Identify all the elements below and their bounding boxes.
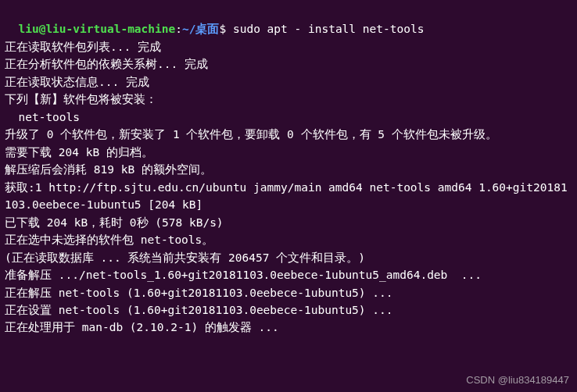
output-line: 正在选中未选择的软件包 net-tools。 xyxy=(5,231,572,248)
output-line: 获取:1 http://ftp.sjtu.edu.cn/ubuntu jammy… xyxy=(5,179,572,214)
prompt-dollar: $ xyxy=(219,23,232,35)
watermark-text: CSDN @liu834189447 xyxy=(466,372,569,388)
prompt-user-host: liu@liu-virtual-machine xyxy=(18,23,175,35)
prompt-path-dir: 桌面 xyxy=(195,23,219,35)
output-line: 解压缩后会消耗 819 kB 的额外空间。 xyxy=(5,161,572,178)
output-line: 正在分析软件包的依赖关系树... 完成 xyxy=(5,55,572,73)
output-line: 需要下载 204 kB 的归档。 xyxy=(5,144,572,161)
output-line: (正在读取数据库 ... 系统当前共安装有 206457 个文件和目录。) xyxy=(5,249,572,266)
output-line: 正在读取软件包列表... 完成 xyxy=(5,38,572,55)
prompt-colon: : xyxy=(175,23,182,35)
output-line: 正在处理用于 man-db (2.10.2-1) 的触发器 ... xyxy=(5,319,572,336)
output-line: 升级了 0 个软件包，新安装了 1 个软件包，要卸载 0 个软件包，有 5 个软… xyxy=(5,126,572,143)
output-line: 准备解压 .../net-tools_1.60+git20181103.0eeb… xyxy=(5,266,572,283)
output-line: 正在读取状态信息... 完成 xyxy=(5,73,572,91)
command-text: sudo apt - install net-tools xyxy=(233,23,424,35)
output-line: 正在设置 net-tools (1.60+git20181103.0eebece… xyxy=(5,301,572,319)
output-line: 正在解压 net-tools (1.60+git20181103.0eebece… xyxy=(5,284,572,301)
prompt-path-tilde: ~/ xyxy=(182,23,195,35)
output-line: net-tools xyxy=(5,109,572,126)
output-line: 已下载 204 kB，耗时 0秒 (578 kB/s) xyxy=(5,214,572,231)
terminal-prompt-line[interactable]: liu@liu-virtual-machine:~/桌面$ sudo apt -… xyxy=(5,3,572,38)
output-line: 下列【新】软件包将被安装： xyxy=(5,91,572,108)
